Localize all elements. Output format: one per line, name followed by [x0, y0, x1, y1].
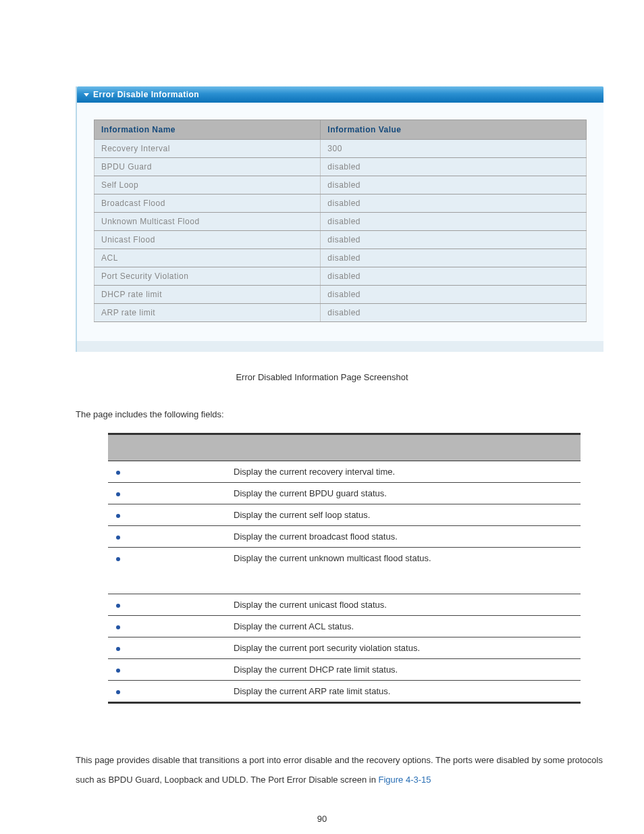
table-row: DHCP rate limitdisabled	[95, 286, 587, 304]
table-row: Display the current self loop status.	[108, 504, 581, 526]
field-object-cell	[108, 637, 231, 659]
bullet-icon	[116, 625, 120, 629]
fields-table: Display the current recovery interval ti…	[108, 433, 581, 704]
bullet-icon	[116, 690, 120, 694]
bullet-icon	[116, 536, 120, 540]
screenshot-caption: Error Disabled Information Page Screensh…	[0, 372, 644, 382]
col-info-name: Information Name	[95, 120, 321, 140]
field-object-cell	[108, 504, 231, 526]
table-row: Unknown Multicast Flooddisabled	[95, 213, 587, 231]
bullet-icon	[116, 669, 120, 673]
field-desc-cell: Display the current BPDU guard status.	[231, 483, 581, 504]
fields-intro: The page includes the following fields:	[76, 409, 644, 419]
panel-title: Error Disable Information	[93, 90, 199, 99]
collapse-icon[interactable]	[84, 93, 89, 97]
panel-body: Information Name Information Value Recov…	[77, 103, 603, 341]
field-object-cell	[108, 548, 231, 594]
table-row: Display the current ACL status.	[108, 616, 581, 637]
table-row: Display the current ARP rate limit statu…	[108, 681, 581, 703]
field-desc-cell: Display the current port security violat…	[231, 637, 581, 659]
bullet-icon	[116, 647, 120, 651]
table-row: Port Security Violationdisabled	[95, 267, 587, 286]
field-object-cell	[108, 461, 231, 483]
field-object-cell	[108, 483, 231, 504]
fields-header-desc	[231, 434, 581, 461]
info-name-cell: BPDU Guard	[95, 158, 321, 176]
bullet-icon	[116, 557, 120, 561]
info-name-cell: ACL	[95, 249, 321, 267]
table-row: Display the current unicast flood status…	[108, 594, 581, 616]
panel-header[interactable]: Error Disable Information	[77, 86, 603, 103]
info-value-cell: disabled	[321, 176, 587, 194]
info-name-cell: Broadcast Flood	[95, 194, 321, 213]
info-value-cell: disabled	[321, 267, 587, 286]
info-value-cell: disabled	[321, 231, 587, 249]
field-object-cell	[108, 681, 231, 703]
table-row: ARP rate limitdisabled	[95, 304, 587, 322]
info-value-cell: disabled	[321, 249, 587, 267]
info-table: Information Name Information Value Recov…	[94, 120, 587, 322]
field-object-cell	[108, 594, 231, 616]
field-desc-cell: Display the current ACL status.	[231, 616, 581, 637]
field-desc-cell: Display the current unicast flood status…	[231, 594, 581, 616]
info-name-cell: DHCP rate limit	[95, 286, 321, 304]
info-name-cell: Recovery Interval	[95, 140, 321, 158]
body-paragraph: This page provides disable that transiti…	[76, 751, 603, 789]
figure-link[interactable]: Figure 4-3-15	[378, 775, 431, 785]
field-desc-cell: Display the current recovery interval ti…	[231, 461, 581, 483]
info-name-cell: Unknown Multicast Flood	[95, 213, 321, 231]
table-row: Display the current DHCP rate limit stat…	[108, 659, 581, 681]
field-desc-cell: Display the current DHCP rate limit stat…	[231, 659, 581, 681]
body-text-before: This page provides disable that transiti…	[76, 755, 603, 785]
table-row: Broadcast Flooddisabled	[95, 194, 587, 213]
table-row: Display the current recovery interval ti…	[108, 461, 581, 483]
table-row: ACLdisabled	[95, 249, 587, 267]
field-desc-cell: Display the current ARP rate limit statu…	[231, 681, 581, 703]
info-value-cell: 300	[321, 140, 587, 158]
field-object-cell	[108, 526, 231, 548]
table-row: Unicast Flooddisabled	[95, 231, 587, 249]
field-desc-cell: Display the current unknown multicast fl…	[231, 548, 581, 594]
bullet-icon	[116, 604, 120, 608]
bullet-icon	[116, 492, 120, 496]
info-name-cell: Port Security Violation	[95, 267, 321, 286]
bullet-icon	[116, 514, 120, 518]
table-row: Display the current broadcast flood stat…	[108, 526, 581, 548]
info-value-cell: disabled	[321, 158, 587, 176]
table-row: Display the current port security violat…	[108, 637, 581, 659]
info-name-cell: Unicast Flood	[95, 231, 321, 249]
info-value-cell: disabled	[321, 304, 587, 322]
fields-header-object	[108, 434, 231, 461]
bullet-icon	[116, 471, 120, 475]
info-name-cell: Self Loop	[95, 176, 321, 194]
field-desc-cell: Display the current broadcast flood stat…	[231, 526, 581, 548]
table-row: Display the current BPDU guard status.	[108, 483, 581, 504]
error-disable-panel: Error Disable Information Information Na…	[76, 86, 603, 352]
field-desc-cell: Display the current self loop status.	[231, 504, 581, 526]
info-value-cell: disabled	[321, 286, 587, 304]
col-info-value: Information Value	[321, 120, 587, 140]
info-name-cell: ARP rate limit	[95, 304, 321, 322]
table-row: Display the current unknown multicast fl…	[108, 548, 581, 594]
field-object-cell	[108, 659, 231, 681]
page-number: 90	[0, 814, 644, 824]
info-value-cell: disabled	[321, 213, 587, 231]
table-row: Recovery Interval300	[95, 140, 587, 158]
table-row: Self Loopdisabled	[95, 176, 587, 194]
info-value-cell: disabled	[321, 194, 587, 213]
table-row: BPDU Guarddisabled	[95, 158, 587, 176]
field-object-cell	[108, 616, 231, 637]
